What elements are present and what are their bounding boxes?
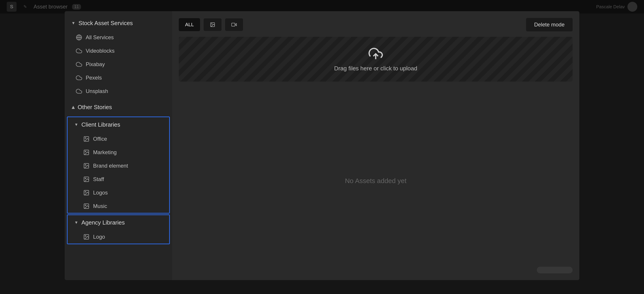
svg-point-8 [85,165,86,165]
other-stories-label: Other Stories [78,104,112,111]
image-icon [83,163,90,169]
image-icon [83,203,90,209]
svg-point-4 [85,137,86,138]
upload-area[interactable]: Drag files here or click to upload [179,37,572,82]
other-stories-header[interactable]: ▶ Other Stories [65,100,172,115]
sidebar-item-logos[interactable]: Logos [68,186,169,199]
svg-point-12 [85,191,86,192]
logo-label: Logo [93,234,105,240]
brand-element-label: Brand element [93,163,128,169]
svg-point-14 [85,205,86,206]
pixabay-label: Pixabay [86,61,105,67]
chevron-down-icon: ▼ [72,21,76,26]
cloud-icon [76,61,82,67]
svg-point-18 [212,24,212,24]
scroll-indicator[interactable] [537,267,572,273]
agency-libraries-header[interactable]: ▼ Agency Libraries [68,215,169,230]
main-content: ALL Delete mode Drag files here or click… [172,11,579,280]
image-icon [83,176,90,182]
client-libraries-section: ▼ Client Libraries Office Marketing [67,116,170,214]
sidebar-item-music[interactable]: Music [68,199,169,213]
client-libraries-label: Client Libraries [82,121,120,128]
svg-rect-20 [232,23,235,26]
sidebar: ▼ Stock Asset Services All Services Vide… [65,11,172,280]
svg-marker-19 [235,24,236,26]
unsplash-label: Unsplash [86,88,108,94]
empty-text: No Assets added yet [345,177,406,185]
upload-text: Drag files here or click to upload [334,65,417,72]
music-label: Music [93,203,107,209]
sidebar-item-unsplash[interactable]: Unsplash [65,84,172,98]
modal-overlay: ▼ Stock Asset Services All Services Vide… [0,0,644,294]
video-filter-icon [231,22,237,27]
pexels-label: Pexels [86,75,102,81]
chevron-right-icon: ▶ [70,106,76,109]
sidebar-item-marketing[interactable]: Marketing [68,146,169,159]
image-icon [83,149,90,156]
sidebar-item-pixabay[interactable]: Pixabay [65,58,172,71]
office-label: Office [93,136,107,142]
stock-services-header[interactable]: ▼ Stock Asset Services [65,16,172,31]
asset-browser-modal: ▼ Stock Asset Services All Services Vide… [65,11,579,280]
videoblocks-label: Videoblocks [86,48,114,54]
sidebar-item-all-services[interactable]: All Services [65,31,172,44]
svg-point-16 [85,235,86,236]
filter-image-button[interactable] [204,18,222,31]
filter-video-button[interactable] [225,18,243,31]
chevron-down-icon: ▼ [74,220,78,225]
all-services-label: All Services [86,34,114,41]
staff-label: Staff [93,176,104,182]
delete-mode-button[interactable]: Delete mode [526,18,572,31]
cloud-icon [76,75,82,81]
stock-services-label: Stock Asset Services [78,20,133,27]
filter-all-button[interactable]: ALL [179,18,200,31]
other-stories-section: ▶ Other Stories [65,100,172,115]
cloud-icon [76,88,82,94]
image-icon [83,190,90,196]
sidebar-item-brand-element[interactable]: Brand element [68,159,169,173]
toolbar: ALL Delete mode [179,18,572,31]
image-icon [83,136,90,142]
image-icon [83,234,90,240]
svg-point-10 [85,178,86,179]
agency-libraries-section: ▼ Agency Libraries Logo [67,214,170,244]
sidebar-item-staff[interactable]: Staff [68,173,169,186]
marketing-label: Marketing [93,149,116,156]
logos-label: Logos [93,190,108,196]
svg-point-6 [85,151,86,152]
empty-state: No Assets added yet [179,88,572,273]
image-filter-icon [210,22,215,27]
upload-icon [368,47,383,62]
agency-libraries-label: Agency Libraries [82,219,125,226]
sidebar-item-office[interactable]: Office [68,132,169,146]
cloud-icon [76,48,82,54]
chevron-down-icon: ▼ [74,122,78,127]
stock-services-section: ▼ Stock Asset Services All Services Vide… [65,16,172,98]
sidebar-item-logo[interactable]: Logo [68,230,169,244]
sidebar-item-videoblocks[interactable]: Videoblocks [65,44,172,58]
client-libraries-header[interactable]: ▼ Client Libraries [68,117,169,132]
globe-icon [76,34,82,41]
sidebar-item-pexels[interactable]: Pexels [65,71,172,84]
